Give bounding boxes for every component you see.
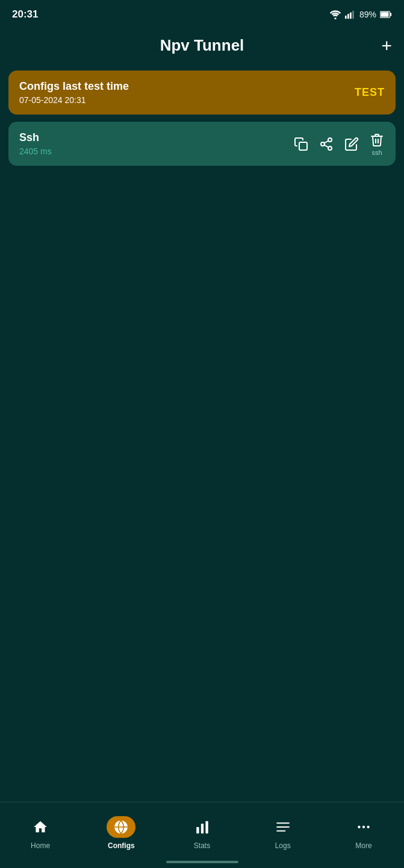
svg-rect-4 [352,11,354,19]
config-item-name: Ssh [19,131,52,144]
config-test-banner: Configs last test time 07-05-2024 20:31 … [8,71,396,115]
delete-config-button[interactable]: ssh [369,132,385,156]
configs-nav-icon-wrap [107,816,135,838]
share-config-button[interactable] [319,136,334,152]
svg-line-12 [325,145,329,147]
config-item-info: Ssh 2405 ms [19,131,52,156]
svg-rect-1 [345,16,347,19]
test-button[interactable]: TEST [355,86,385,99]
svg-point-24 [367,826,369,828]
logs-icon [275,819,291,835]
nav-item-more[interactable]: More [323,816,404,850]
svg-line-13 [325,140,329,143]
delete-icon [369,132,385,148]
config-item-ssh: Ssh 2405 ms [8,122,396,166]
nav-item-home[interactable]: Home [0,816,81,850]
nav-label-stats: Stats [194,841,210,850]
edit-config-button[interactable] [344,136,359,152]
config-banner-date: 07-05-2024 20:31 [19,95,129,105]
svg-rect-6 [390,13,392,16]
nav-label-logs: Logs [275,841,291,850]
nav-label-home: Home [31,841,50,850]
page-title: Npv Tunnel [160,36,244,55]
svg-point-22 [358,826,360,828]
battery-icon [380,11,392,18]
bottom-nav: Home Configs Stats [0,802,404,868]
svg-rect-16 [196,827,199,834]
more-nav-icon-wrap [349,816,378,838]
edit-icon [344,136,359,152]
content-area: Configs last test time 07-05-2024 20:31 … [0,64,404,172]
config-item-actions: ssh [293,132,385,156]
stats-icon [194,819,210,835]
home-indicator [166,861,238,863]
config-item-latency: 2405 ms [19,146,52,156]
battery-text: 89% [359,10,376,19]
wifi-icon [329,10,341,19]
signal-icon [345,10,356,19]
svg-rect-2 [347,14,349,19]
copy-icon [293,136,309,152]
home-nav-icon-wrap [26,816,55,838]
config-banner-title: Configs last test time [19,80,129,93]
configs-icon [113,819,129,835]
status-bar: 20:31 89% [0,0,404,27]
nav-item-configs[interactable]: Configs [81,816,161,850]
config-banner-info: Configs last test time 07-05-2024 20:31 [19,80,129,105]
nav-label-configs: Configs [108,841,135,850]
delete-label: ssh [371,149,382,156]
header: Npv Tunnel + [0,27,404,64]
logs-nav-icon-wrap [269,816,297,838]
svg-rect-17 [200,824,203,834]
home-icon [33,819,48,835]
svg-rect-7 [381,12,388,17]
add-config-button[interactable]: + [381,37,392,55]
nav-label-more: More [355,841,371,850]
copy-config-button[interactable] [293,136,309,152]
nav-item-logs[interactable]: Logs [243,816,323,850]
stats-nav-icon-wrap [188,816,217,838]
svg-rect-3 [350,12,352,19]
svg-rect-18 [205,821,208,834]
svg-point-0 [334,17,336,19]
more-icon [356,819,371,835]
svg-rect-8 [299,142,307,150]
status-time: 20:31 [12,8,38,20]
status-icons: 89% [329,10,392,19]
svg-point-23 [362,826,365,828]
share-icon [319,136,334,152]
nav-item-stats[interactable]: Stats [161,816,242,850]
